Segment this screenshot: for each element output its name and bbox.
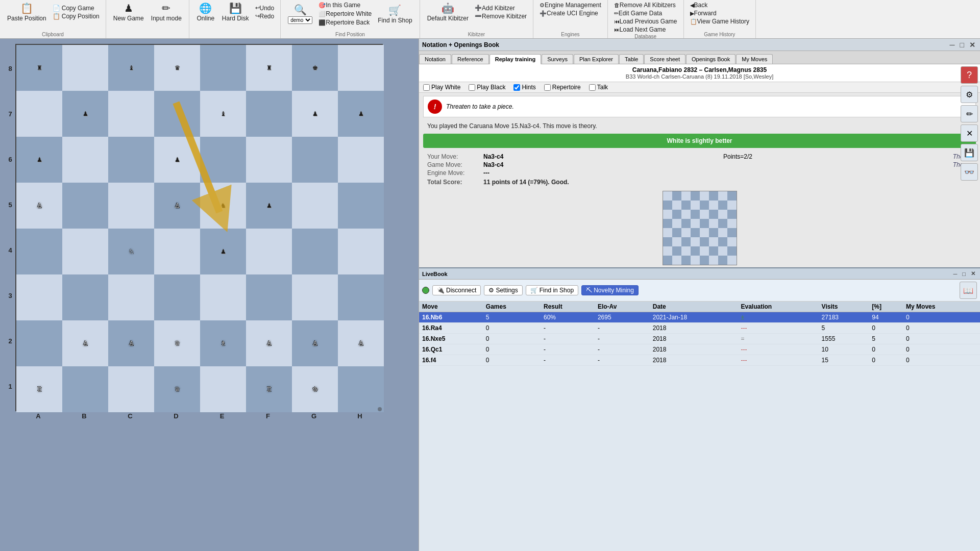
square-h8[interactable] xyxy=(338,45,384,91)
square-g4[interactable] xyxy=(292,229,338,274)
livebook-close-button[interactable]: ✕ xyxy=(969,270,977,277)
square-d4[interactable] xyxy=(154,229,200,274)
square-c4[interactable]: ♘ xyxy=(108,229,154,274)
online-button[interactable]: 🌐 Online xyxy=(193,1,218,23)
square-e4[interactable]: ♟ xyxy=(200,229,246,274)
square-c8[interactable]: ♝ xyxy=(108,45,154,91)
square-b3[interactable] xyxy=(62,274,108,320)
square-b4[interactable] xyxy=(62,229,108,274)
square-b8[interactable] xyxy=(62,45,108,91)
square-a6[interactable]: ♟ xyxy=(16,137,62,183)
tab-score-sheet[interactable]: Score sheet xyxy=(644,54,685,64)
square-a3[interactable] xyxy=(16,274,62,320)
livebook-find-in-shop-button[interactable]: 🛒 Find in Shop xyxy=(526,285,578,295)
square-e7[interactable]: ♝ xyxy=(200,91,246,137)
load-next-game-button[interactable]: ⏭ Load Next Game xyxy=(612,26,679,34)
col-evaluation[interactable]: Evaluation xyxy=(738,302,818,312)
square-g1[interactable]: ♔ xyxy=(292,366,338,412)
square-h5[interactable] xyxy=(338,183,384,229)
square-g2[interactable]: ♙ xyxy=(292,320,338,366)
square-c5[interactable] xyxy=(108,183,154,229)
col-games[interactable]: Games xyxy=(483,302,541,312)
livebook-minimize-button[interactable]: ─ xyxy=(952,271,959,277)
help-button[interactable]: ? xyxy=(961,66,978,84)
edit-game-data-button[interactable]: ✏ Edit Game Data xyxy=(612,9,679,17)
square-e2[interactable]: ♗ xyxy=(200,320,246,366)
square-g6[interactable] xyxy=(292,137,338,183)
mini-board[interactable] xyxy=(663,191,737,265)
square-f8[interactable]: ♜ xyxy=(246,45,292,91)
col-visits[interactable]: Visits xyxy=(819,302,869,312)
square-b5[interactable] xyxy=(62,183,108,229)
tab-surveys[interactable]: Surveys xyxy=(542,54,573,64)
tab-table[interactable]: Table xyxy=(619,54,644,64)
square-b6[interactable] xyxy=(62,137,108,183)
tab-replay-training[interactable]: Replay training xyxy=(489,54,541,64)
livebook-row-4[interactable]: 16.f4 0 - - 2018 --- 15 0 0 xyxy=(419,355,980,366)
square-d1[interactable]: ♕ xyxy=(154,366,200,412)
square-g3[interactable] xyxy=(292,274,338,320)
novelty-mining-button[interactable]: ⛏ Novelty Mining xyxy=(581,285,639,295)
repertoire-white-button[interactable]: ⬜ Repertoire White xyxy=(316,10,374,18)
square-d6[interactable]: ♟ xyxy=(154,137,200,183)
square-f7[interactable] xyxy=(246,91,292,137)
square-b7[interactable]: ♟ xyxy=(62,91,108,137)
remove-kibitzer-button[interactable]: ➖ Remove Kibitzer xyxy=(473,12,529,20)
col-percent[interactable]: [%] xyxy=(869,302,903,312)
square-a1[interactable]: ♖ xyxy=(16,366,62,412)
livebook-icon-button[interactable]: 📖 xyxy=(960,282,977,299)
edit-side-button[interactable]: ✏ xyxy=(961,105,978,122)
square-d7[interactable] xyxy=(154,91,200,137)
square-d8[interactable]: ♛ xyxy=(154,45,200,91)
minimize-button[interactable]: ─ xyxy=(948,41,957,49)
repertoire-option[interactable]: Repertoire xyxy=(544,84,581,91)
chessboard[interactable]: ♜ ♝ ♛ ♜ ♚ ♟ ♝ ♟ ♟ xyxy=(15,44,383,411)
square-e5[interactable]: ♞ xyxy=(200,183,246,229)
view-side-button[interactable]: 👓 xyxy=(961,163,978,181)
col-date[interactable]: Date xyxy=(650,302,738,312)
hard-disk-button[interactable]: 💾 Hard Disk xyxy=(219,1,252,23)
square-a5[interactable]: ♙ xyxy=(16,183,62,229)
livebook-row-1[interactable]: 16.Ra4 0 - - 2018 --- 5 0 0 xyxy=(419,323,980,334)
square-h7[interactable]: ♟ xyxy=(338,91,384,137)
livebook-maximize-button[interactable]: □ xyxy=(961,271,967,277)
square-c3[interactable] xyxy=(108,274,154,320)
repertoire-black-button[interactable]: ⬛ Repertoire Back xyxy=(316,18,374,27)
col-move[interactable]: Move xyxy=(419,302,483,312)
square-g7[interactable]: ♟ xyxy=(292,91,338,137)
tab-notation[interactable]: Notation xyxy=(419,54,451,64)
tab-plan-explorer[interactable]: Plan Explorer xyxy=(574,54,619,64)
new-game-button[interactable]: ♟ New Game xyxy=(110,1,147,23)
tab-my-moves[interactable]: My Moves xyxy=(736,54,773,64)
talk-checkbox[interactable] xyxy=(589,84,596,91)
square-b2[interactable]: ♙ xyxy=(62,320,108,366)
square-f1[interactable]: ♖ xyxy=(246,366,292,412)
square-h2[interactable]: ♙ xyxy=(338,320,384,366)
find-position-demo[interactable]: 🔍 demo xyxy=(285,3,315,25)
square-a8[interactable]: ♜ xyxy=(16,45,62,91)
square-e3[interactable] xyxy=(200,274,246,320)
tab-openings-book[interactable]: Openings Book xyxy=(686,54,736,64)
square-g8[interactable]: ♚ xyxy=(292,45,338,91)
col-elo-av[interactable]: Elo-Av xyxy=(595,302,650,312)
play-white-option[interactable]: Play White xyxy=(423,84,460,91)
remove-all-kibitzers-button[interactable]: 🗑 Remove All Kibitzers xyxy=(612,1,679,9)
square-f6[interactable] xyxy=(246,137,292,183)
talk-option[interactable]: Talk xyxy=(589,84,608,91)
disconnect-button[interactable]: 🔌 Disconnect xyxy=(432,285,481,295)
undo-button[interactable]: ↩ Undo xyxy=(253,4,277,12)
livebook-settings-button[interactable]: ⚙ Settings xyxy=(484,285,522,295)
save-side-button[interactable]: 💾 xyxy=(961,144,978,161)
hints-option[interactable]: Hints xyxy=(513,84,535,91)
square-h4[interactable] xyxy=(338,229,384,274)
square-d5[interactable]: ♙ xyxy=(154,183,200,229)
col-result[interactable]: Result xyxy=(541,302,595,312)
square-e1[interactable] xyxy=(200,366,246,412)
livebook-row-0[interactable]: 16.Nb6 5 60% 2695 2021-Jan-18 ± 27183 94… xyxy=(419,312,980,323)
view-game-history-button[interactable]: 📋 View Game History xyxy=(688,17,751,26)
play-black-checkbox[interactable] xyxy=(469,84,475,91)
square-f3[interactable] xyxy=(246,274,292,320)
settings-side-button[interactable]: ⚙ xyxy=(961,86,978,103)
square-a2[interactable] xyxy=(16,320,62,366)
livebook-table[interactable]: Move Games Result Elo-Av Date Evaluation… xyxy=(419,302,980,551)
